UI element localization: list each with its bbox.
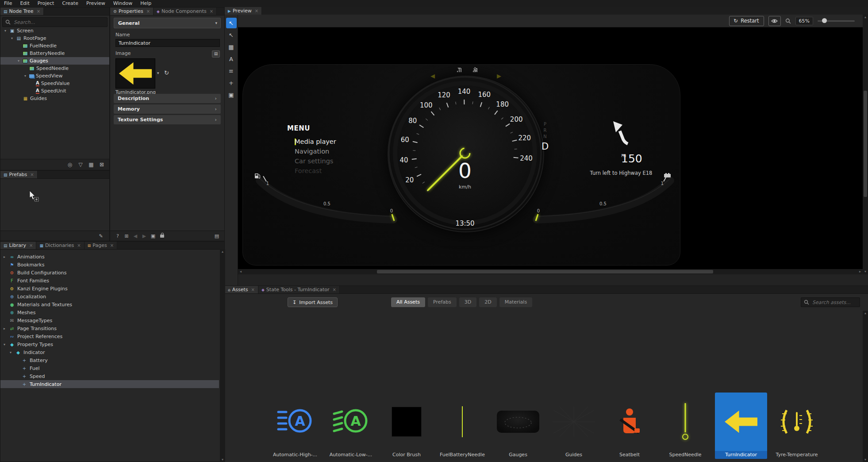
tree-item-speedview[interactable]: ▾SpeedView [0,72,109,80]
expand-arrow-icon[interactable]: ▾ [8,350,13,354]
library-item-indicator[interactable]: ▾◆Indicator [0,348,219,356]
scroll-down-icon[interactable]: ▾ [863,269,868,274]
library-item-bookmarks[interactable]: ⚑Bookmarks [0,261,219,269]
component-tool[interactable]: ▣ [226,89,237,100]
scroll-left-icon[interactable]: ◂ [238,269,243,274]
tab-preview[interactable]: ▶Preview× [225,7,262,15]
select-tool[interactable]: ↖ [226,30,237,40]
close-icon[interactable]: × [29,243,33,248]
close-icon[interactable]: × [37,9,40,14]
text-tool[interactable]: A [226,54,237,64]
scroll-down-icon[interactable]: ▾ [220,457,225,462]
library-item-page-transitions[interactable]: ▸⇄Page Transitions [0,324,219,332]
asset-color-brush[interactable]: Color Brush [380,393,433,459]
close-icon[interactable]: × [146,9,150,14]
close-icon[interactable]: × [251,287,255,292]
section-texture-settings[interactable]: Texture Settings› [114,115,221,124]
tab-prefabs[interactable]: ▧Prefabs× [0,171,38,178]
tree-item-batteryneedle[interactable]: BatteryNeedle [0,50,109,57]
close-icon[interactable]: × [77,243,81,248]
grid-view-icon[interactable]: ▦ [87,162,95,168]
close-icon[interactable]: × [30,172,34,177]
help-icon[interactable]: ? [114,233,122,239]
scroll-down-icon[interactable]: ▾ [863,457,868,462]
image-browse-button[interactable]: ▤ [212,50,220,58]
tree-item-gauges[interactable]: ▾Gauges [0,57,109,65]
expand-arrow-icon[interactable]: ▸ [2,255,7,259]
tab-node-tree[interactable]: ▤Node Tree× [0,8,44,15]
image-thumbnail[interactable] [115,58,155,89]
import-assets-button[interactable]: ↧ Import Assets [288,297,338,307]
filter-prefabs[interactable]: Prefabs [428,297,457,307]
search-input[interactable] [13,19,104,26]
menu-item-help[interactable]: Help [136,0,155,7]
name-field[interactable] [115,39,220,47]
library-item-localization[interactable]: ⊕Localization [0,293,219,300]
menu-item-edit[interactable]: Edit [16,0,33,7]
asset-fuelbatteryneedle[interactable]: FuelBatteryNeedle [436,393,488,459]
expand-arrow-icon[interactable]: ▾ [3,29,8,33]
library-item-speed[interactable]: +Speed [0,372,219,380]
tree-item-speedvalue[interactable]: ASpeedValue [0,80,109,87]
scroll-up-icon[interactable]: ▴ [863,15,868,20]
library-item-fuel[interactable]: +Fuel [0,364,219,372]
filter-3d[interactable]: 3D [459,297,476,307]
filter-all-assets[interactable]: All Assets [391,297,425,307]
tree-item-screen[interactable]: ▾▣Screen [0,27,109,35]
menu-item-file[interactable]: File [0,0,16,7]
visibility-button[interactable] [768,16,781,26]
library-item-font-families[interactable]: FFont Families [0,277,219,285]
tree-item-guides[interactable]: ▦Guides [0,95,109,102]
hscroll-thumb[interactable] [377,270,713,273]
asset-turnindicator[interactable]: TurnIndicator [715,393,767,459]
asset-automatic-low[interactable]: AAutomatic-Low-... [325,393,377,459]
interact-tool[interactable]: ↖ [226,18,237,28]
asset-gauges[interactable]: Gauges [492,393,544,459]
filter-materials[interactable]: Materials [499,297,532,307]
assets-search[interactable] [801,297,860,307]
close-icon[interactable]: × [332,287,336,292]
forward-icon[interactable]: ▶ [140,233,148,239]
asset-automatic-high[interactable]: AAutomatic-High-... [269,393,321,459]
library-item-animations[interactable]: ▸∞Animations [0,253,219,261]
preview-vscrollbar[interactable]: ▴ ▾ [863,15,868,274]
menu-item-window[interactable]: Window [109,0,136,7]
asset-speedneedle[interactable]: SpeedNeedle [659,393,711,459]
assets-vscrollbar[interactable]: ▴ ▾ [863,311,868,462]
asset-seatbelt[interactable]: Seatbelt [603,393,656,459]
restart-button[interactable]: ↻ Restart [729,16,764,26]
asset-guides[interactable]: Guides [548,393,600,459]
filter-2d[interactable]: 2D [479,297,496,307]
expand-arrow-icon[interactable]: ▾ [23,74,27,78]
tab-state-tools-turnindicator[interactable]: ◈State Tools - TurnIndicator× [258,286,340,293]
zoom-slider[interactable] [818,18,855,24]
library-vscrollbar[interactable]: ▴ ▾ [220,249,225,462]
close-icon[interactable]: × [255,8,258,13]
expand-arrow-icon[interactable]: ▾ [2,343,7,346]
section-memory[interactable]: Memory› [114,104,221,114]
section-description[interactable]: Description› [114,94,221,103]
tab-pages[interactable]: ⊞Pages× [84,242,117,249]
tree-item-speedunit[interactable]: ASpeedUnit [0,87,109,95]
zoom-level[interactable]: 65% [795,17,813,25]
tab-assets[interactable]: ⌂Assets× [225,286,258,293]
library-item-property-types[interactable]: ▾◆Property Types [0,340,219,348]
library-item-battery[interactable]: +Battery [0,356,219,364]
vscroll-thumb[interactable] [864,91,867,197]
lock-icon[interactable] [160,235,164,238]
library-item-materials-and-textures[interactable]: ●Materials and Textures [0,300,219,308]
tab-library[interactable]: ▤Library× [0,242,36,249]
transform-tool[interactable]: + [226,77,237,88]
scroll-up-icon[interactable]: ▴ [863,311,868,316]
node-tree-search[interactable] [2,17,108,27]
preview-hscrollbar[interactable]: ◂ ▸ [238,269,863,274]
tree-item-speedneedle[interactable]: SpeedNeedle [0,65,109,72]
zoom-slider-thumb[interactable] [822,18,827,23]
library-item-turnindicator[interactable]: +TurnIndicator [0,380,219,388]
tab-node-components[interactable]: ◈Node Components× [154,8,217,15]
library-item-build-configurations[interactable]: ⚙Build Configurations [0,269,219,277]
filter-icon[interactable]: ▽ [77,162,84,168]
menu-item-project[interactable]: Project [34,0,58,7]
close-icon[interactable]: × [210,9,213,14]
library-item-messagetypes[interactable]: ✉MessageTypes [0,316,219,324]
